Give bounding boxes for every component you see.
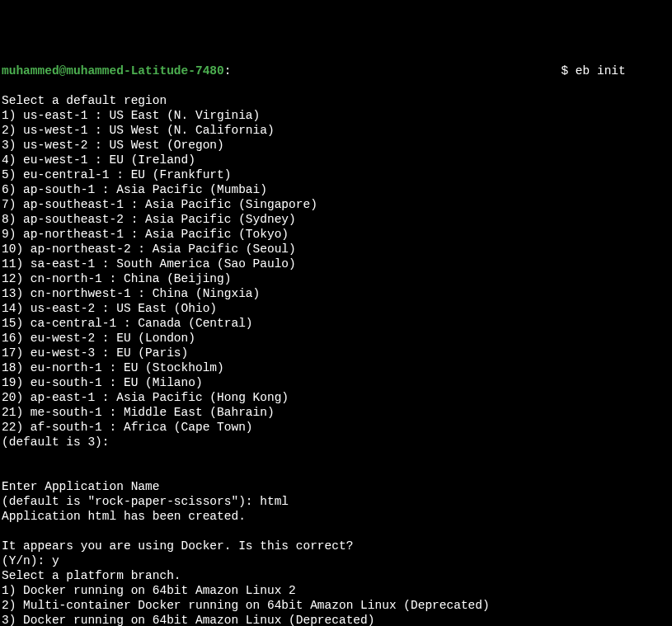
region-option: 19) eu-south-1 : EU (Milano) [2, 376, 203, 389]
region-option: 17) eu-west-3 : EU (Paris) [2, 346, 188, 360]
command-text: eb init [576, 64, 626, 78]
region-option: 22) af-south-1 : Africa (Cape Town) [2, 421, 253, 434]
region-option: 14) us-east-2 : US East (Ohio) [2, 302, 217, 315]
region-option: 13) cn-northwest-1 : China (Ningxia) [2, 287, 260, 300]
region-header: Select a default region [2, 94, 167, 107]
region-option: 5) eu-central-1 : EU (Frankfurt) [2, 168, 231, 181]
region-option: 3) us-west-2 : US West (Oregon) [2, 139, 224, 152]
region-option: 10) ap-northeast-2 : Asia Pacific (Seoul… [2, 242, 296, 256]
region-option: 4) eu-west-1 : EU (Ireland) [2, 153, 195, 167]
app-name-header: Enter Application Name [2, 480, 159, 493]
region-default-prompt: (default is 3): [2, 435, 110, 449]
platform-option: 3) Docker running on 64bit Amazon Linux … [2, 614, 374, 626]
region-option: 11) sa-east-1 : South America (Sao Paulo… [2, 257, 296, 271]
docker-answer-prompt: (Y/n): y [2, 554, 59, 567]
app-created-message: Application html has been created. [2, 510, 246, 523]
region-option: 12) cn-north-1 : China (Beijing) [2, 272, 231, 285]
platform-option: 2) Multi-container Docker running on 64b… [2, 599, 490, 612]
region-option: 15) ca-central-1 : Canada (Central) [2, 317, 253, 330]
region-option: 16) eu-west-2 : EU (London) [2, 332, 195, 345]
region-option: 21) me-south-1 : Middle East (Bahrain) [2, 406, 275, 419]
region-option: 18) eu-north-1 : EU (Stockholm) [2, 361, 224, 374]
region-option: 20) ap-east-1 : Asia Pacific (Hong Kong) [2, 391, 289, 404]
region-option: 8) ap-southeast-2 : Asia Pacific (Sydney… [2, 213, 296, 226]
prompt-dollar: $ [561, 64, 575, 78]
prompt-user-host: muhammed@muhammed-Latitude-7480 [2, 64, 224, 78]
region-option: 6) ap-south-1 : Asia Pacific (Mumbai) [2, 183, 267, 196]
terminal-output[interactable]: muhammed@muhammed-Latitude-7480:$ eb ini… [2, 64, 670, 626]
prompt-line: muhammed@muhammed-Latitude-7480:$ eb ini… [2, 64, 670, 78]
region-option: 2) us-west-1 : US West (N. California) [2, 124, 275, 137]
region-option: 9) ap-northeast-1 : Asia Pacific (Tokyo) [2, 228, 289, 241]
app-name-prompt: (default is "rock-paper-scissors"): html [2, 495, 289, 508]
docker-detect-message: It appears you are using Docker. Is this… [2, 539, 353, 553]
platform-header: Select a platform branch. [2, 569, 181, 582]
prompt-separator: : [224, 64, 232, 78]
region-option: 1) us-east-1 : US East (N. Virginia) [2, 109, 260, 122]
platform-option: 1) Docker running on 64bit Amazon Linux … [2, 584, 296, 597]
region-option: 7) ap-southeast-1 : Asia Pacific (Singap… [2, 198, 317, 211]
